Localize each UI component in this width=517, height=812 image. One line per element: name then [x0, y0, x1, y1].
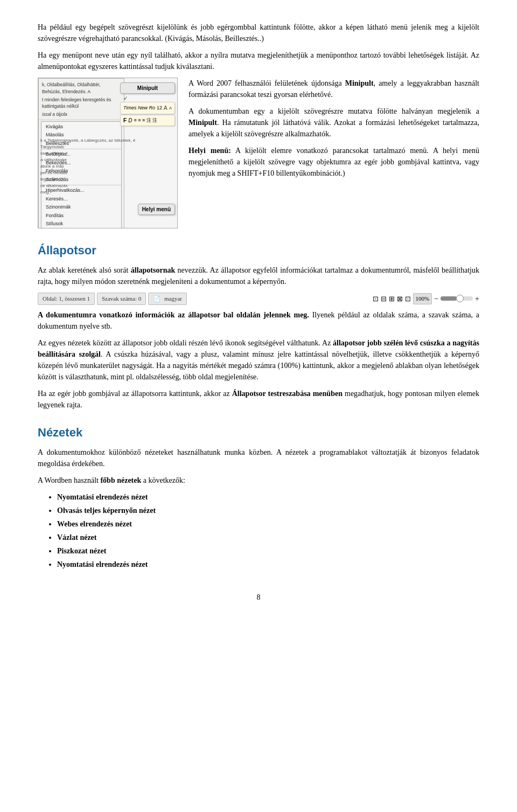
description-col: A Word 2007 felhasználói felületének újd… [188, 78, 479, 228]
nezetek-p2: A Wordben használt főbb nézetek a követk… [38, 475, 479, 486]
list-item-6: Nyomtatási elrendezés nézet [57, 559, 479, 570]
ctx-menu-item-szinonimak[interactable]: Szinonimák [41, 203, 121, 212]
ctx-menu-item-kivagás[interactable]: Kivágás [41, 123, 121, 131]
screenshot-image: k, Oldalbeállítás, Oldalháttér, Behúzás,… [38, 78, 178, 228]
page-content: Ha például egy begépelt szövegrészt kije… [38, 22, 479, 603]
font-a-small: A [169, 105, 172, 112]
page-number: 8 [38, 592, 479, 603]
ctx-menu-item-stilusok[interactable]: Stílusok [41, 220, 121, 228]
two-col-section: k, Oldalbeállítás, Oldalháttér, Behúzás,… [38, 78, 479, 228]
status-words: Szavak száma: 0 [97, 293, 146, 305]
minipult-label: Minipult [120, 82, 175, 94]
allapotsor-p4: Ha az egér jobb gombjával az állapotsorr… [38, 388, 479, 411]
intro-p2: Ha egy menüpont neve után egy nyíl talál… [38, 50, 479, 72]
view-icon2[interactable]: ⊟ [381, 294, 387, 304]
view-icon3[interactable]: ⊞ [389, 294, 395, 304]
list-item-1: Nyomtatási elrendezés nézet [57, 491, 479, 503]
zoom-label[interactable]: 100% [413, 293, 432, 304]
intro-p1: Ha például egy begépelt szövegrészt kije… [38, 22, 479, 44]
minipult-term2: Minipult [188, 119, 217, 127]
list-item-3: Webes elrendezés nézet [57, 518, 479, 530]
view-icon5[interactable]: ⊡ [405, 294, 411, 304]
ctx-menu-item-kereses[interactable]: Keresés... [41, 195, 121, 204]
italic-btn[interactable]: D [128, 116, 132, 124]
zoom-minus[interactable]: − [434, 293, 438, 304]
allapotsor-p3: Az egyes nézetek között az állapotsor jo… [38, 337, 479, 383]
font-a-large: A [164, 104, 167, 112]
helyi-menu-term: Helyi menü: [188, 147, 231, 155]
list-item-5: Piszkozat nézet [57, 545, 479, 557]
right-p2: A dokumentumban egy a kijelölt szövegrés… [188, 106, 479, 140]
list-item-2: Olvasás teljes képernyőn nézet [57, 505, 479, 516]
bold-btn[interactable]: F [123, 116, 127, 124]
left-info-bold: A dokumentumra vonatkozó információk az … [38, 311, 309, 319]
fobb-nezetek-term: főbb nézetek [100, 476, 141, 484]
slider-bold: állapotsor jobb szélén lévő csúszka a na… [38, 339, 479, 358]
zoom-slider[interactable] [441, 296, 473, 301]
testreszabas-bold: Állapotsor testreszabása menüben [232, 390, 343, 398]
helyi-menu-label: Helyi menü [138, 204, 175, 215]
right-p1: A Word 2007 felhasználói felületének újd… [188, 78, 479, 100]
screenshot-col: k, Oldalbeállítás, Oldalháttér, Behúzás,… [38, 78, 178, 228]
nezetek-section: Nézetek A dokumentumokhoz különböző néze… [38, 424, 479, 570]
zoom-area: ⊡ ⊟ ⊞ ⊠ ⊡ 100% − + [373, 293, 479, 304]
list-item-4: Vázlat nézet [57, 532, 479, 543]
allapotsor-p2: A dokumentumra vonatkozó információk az … [38, 309, 479, 332]
status-page: Oldal: 1, összesen 1 [38, 293, 95, 305]
font-size-val: 12 [157, 105, 162, 112]
spell-icon: 📄 [153, 295, 160, 302]
minipult-toolbar: Times New Ro 12 A A [120, 102, 175, 114]
font-name: Times New Ro [123, 105, 155, 112]
view-icon1[interactable]: ⊡ [373, 294, 379, 304]
right-p1-text: A Word 2007 felhasználói felületének újd… [188, 79, 345, 87]
status-bar-row: Oldal: 1, összesen 1 Szavak száma: 0 📄 m… [38, 293, 479, 305]
right-p3: Helyi menü: A kijelölt elemre vonatkozó … [188, 145, 479, 179]
minipult-term: Minipult [345, 79, 374, 87]
allapotsor-heading: Állapotsor [38, 241, 479, 259]
allapotsor-term: állapotsornak [131, 266, 175, 274]
status-lang: 📄 magyar [148, 293, 187, 305]
zoom-plus[interactable]: + [475, 293, 479, 304]
view-icon4[interactable]: ⊠ [397, 294, 403, 304]
allapotsor-p1: Az ablak keretének alsó sorát állapotsor… [38, 265, 479, 287]
allapotsor-section: Állapotsor Az ablak keretének alsó sorát… [38, 241, 479, 411]
ctx-menu-item-forditas[interactable]: Fordítás [41, 212, 121, 220]
align-btns: ≡ ≡ ≡ 注 注 [134, 117, 157, 124]
nezetek-p1: A dokumentumokhoz különböző nézeteket ha… [38, 447, 479, 469]
nezetek-heading: Nézetek [38, 424, 479, 441]
minipult-format-row: F D ≡ ≡ ≡ 注 注 [120, 115, 175, 126]
nezetek-list: Nyomtatási elrendezés nézet Olvasás telj… [57, 491, 479, 570]
